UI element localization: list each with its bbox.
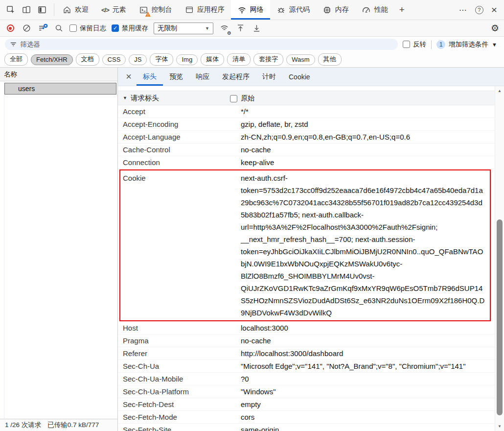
detail-tab-preview[interactable]: 预览: [163, 68, 189, 86]
preserve-log-option[interactable]: 保留日志: [69, 24, 106, 33]
close-detail-icon[interactable]: ×: [121, 68, 137, 86]
toolbar-separator: [54, 3, 54, 16]
tab-label: 欢迎: [75, 5, 89, 14]
scroll-down-arrow-icon[interactable]: ▼: [495, 424, 504, 429]
vertical-scrollbar[interactable]: ▲ ▼: [495, 86, 504, 431]
header-row: Accept*/*: [118, 105, 495, 118]
request-count-text: 1 /26 次请求: [5, 421, 41, 430]
code-icon: </>: [101, 6, 109, 14]
search-button[interactable]: [53, 23, 64, 34]
import-har-button[interactable]: [235, 23, 246, 34]
scroll-up-arrow-icon[interactable]: ▲: [495, 89, 504, 93]
scrollbar-thumb[interactable]: [497, 219, 503, 415]
header-value: localhost:3000: [241, 322, 490, 334]
detail-tab-initiator[interactable]: 发起程序: [216, 68, 256, 86]
filter-count-badge: 1: [436, 40, 445, 49]
close-icon[interactable]: ×: [491, 5, 497, 15]
add-tab-button[interactable]: +: [394, 0, 410, 20]
settings-gear-icon[interactable]: ⚙: [491, 23, 499, 34]
filter-toggle-button[interactable]: [37, 23, 48, 34]
header-name: Accept-Encoding: [123, 118, 241, 130]
chip-css[interactable]: CSS: [102, 54, 126, 65]
disable-cache-checkbox[interactable]: ✓: [112, 24, 119, 32]
filter-bar: 反转 1 增加筛选条件 ▼: [0, 37, 504, 52]
chip-manifest[interactable]: 清单: [227, 53, 251, 66]
record-button[interactable]: [5, 23, 16, 34]
header-value: "Windows": [241, 385, 490, 398]
filter-input-box[interactable]: [5, 39, 398, 50]
chip-js[interactable]: JS: [129, 54, 147, 65]
header-name: Sec-Ch-Ua: [123, 360, 241, 372]
chip-fetch-xhr[interactable]: Fetch/XHR: [31, 54, 73, 65]
detail-tab-headers[interactable]: 标头: [137, 68, 163, 86]
network-main-area: 名称 users 1 /26 次请求 已传输0.7 kB/777 × 标头 预览…: [0, 68, 504, 431]
tab-sources[interactable]: 源代码: [270, 0, 316, 20]
add-filter-condition-dropdown[interactable]: 1 增加筛选条件 ▼: [436, 40, 499, 49]
invert-filter-option[interactable]: 反转: [403, 40, 426, 49]
tab-label: 网络: [250, 5, 264, 14]
bug-icon: [276, 5, 286, 15]
tab-application[interactable]: 应用程序: [179, 0, 231, 20]
raw-checkbox[interactable]: [230, 95, 237, 102]
clear-icon: [22, 24, 31, 33]
header-name: Sec-Ch-Ua-Platform: [123, 385, 241, 398]
network-conditions-button[interactable]: ⚙: [219, 23, 229, 34]
tab-console[interactable]: ! 控制台: [133, 0, 179, 20]
tab-network[interactable]: 网络: [231, 0, 270, 20]
chip-font[interactable]: 字体: [150, 53, 173, 66]
headers-content: ▼ 请求标头 原始 Accept*/* Accept-Encodinggzip,…: [118, 86, 495, 431]
header-name: Sec-Fetch-Mode: [123, 411, 241, 423]
invert-checkbox[interactable]: [403, 41, 410, 48]
chip-media[interactable]: 媒体: [201, 53, 224, 66]
export-har-button[interactable]: [251, 23, 262, 34]
chip-socket[interactable]: 套接字: [253, 53, 283, 66]
header-name: Accept: [123, 105, 241, 118]
request-list-empty-space: [0, 95, 117, 419]
filter-input[interactable]: [21, 41, 393, 48]
detail-tab-cookie[interactable]: Cookie: [282, 68, 317, 86]
header-row: Cache-Controlno-cache: [118, 144, 495, 156]
detail-tab-response[interactable]: 响应: [189, 68, 216, 86]
request-headers-section-header[interactable]: ▼ 请求标头 原始: [118, 91, 495, 105]
header-value: no-cache: [241, 335, 490, 347]
device-emulation-button[interactable]: [20, 3, 33, 17]
clear-button[interactable]: [21, 23, 32, 34]
tab-memory[interactable]: 内存: [316, 0, 355, 20]
header-name: Referer: [123, 347, 241, 359]
tab-welcome[interactable]: 欢迎: [56, 0, 95, 20]
tab-performance[interactable]: 性能: [355, 0, 394, 20]
header-row: Accept-Languagezh-CN,zh;q=0.9,en;q=0.8,e…: [118, 131, 495, 144]
request-list-panel: 名称 users 1 /26 次请求 已传输0.7 kB/777: [0, 68, 118, 431]
dock-side-button[interactable]: [35, 3, 49, 17]
raw-headers-option[interactable]: 原始: [230, 91, 254, 106]
header-value: same-origin: [241, 424, 490, 431]
chip-wasm[interactable]: Wasm: [286, 54, 315, 65]
detail-tabbar: × 标头 预览 响应 发起程序 计时 Cookie: [118, 68, 504, 86]
transferred-text: 已传输0.7 kB/777: [47, 421, 99, 430]
header-value: empty: [241, 398, 490, 410]
request-row-users[interactable]: users: [4, 83, 116, 95]
tab-label: 性能: [374, 5, 388, 14]
disable-cache-label: 禁用缓存: [122, 24, 148, 33]
help-icon[interactable]: ?: [475, 6, 483, 14]
preserve-log-checkbox[interactable]: [69, 24, 77, 32]
chip-doc[interactable]: 文档: [76, 53, 99, 66]
preserve-log-label: 保留日志: [80, 24, 106, 33]
tab-label: 应用程序: [197, 5, 225, 14]
devtools-main-tabbar: 欢迎 </> 元素 ! 控制台 应用程序 网络 源代码 内存 性能: [0, 0, 504, 20]
inspect-element-button[interactable]: [4, 3, 18, 17]
header-row: Sec-Ch-Ua-Mobile?0: [118, 373, 495, 385]
throttling-select[interactable]: 无限制 ▼: [154, 23, 213, 34]
header-name: Sec-Fetch-Dest: [123, 398, 241, 410]
disable-cache-option[interactable]: ✓ 禁用缓存: [112, 24, 148, 33]
chip-all[interactable]: 全部: [4, 53, 28, 66]
chip-other[interactable]: 其他: [318, 53, 342, 66]
chip-img[interactable]: Img: [176, 54, 198, 65]
more-menu-icon[interactable]: ⋯: [459, 5, 467, 15]
detail-tab-timing[interactable]: 计时: [256, 68, 282, 86]
name-column-header[interactable]: 名称: [0, 68, 117, 81]
inspect-tools-group: [0, 0, 52, 20]
tab-elements[interactable]: </> 元素: [95, 0, 133, 20]
throttling-value: 无限制: [158, 24, 178, 33]
header-value: zh-CN,zh;q=0.9,en;q=0.8,en-GB;q=0.7,en-U…: [241, 131, 490, 143]
